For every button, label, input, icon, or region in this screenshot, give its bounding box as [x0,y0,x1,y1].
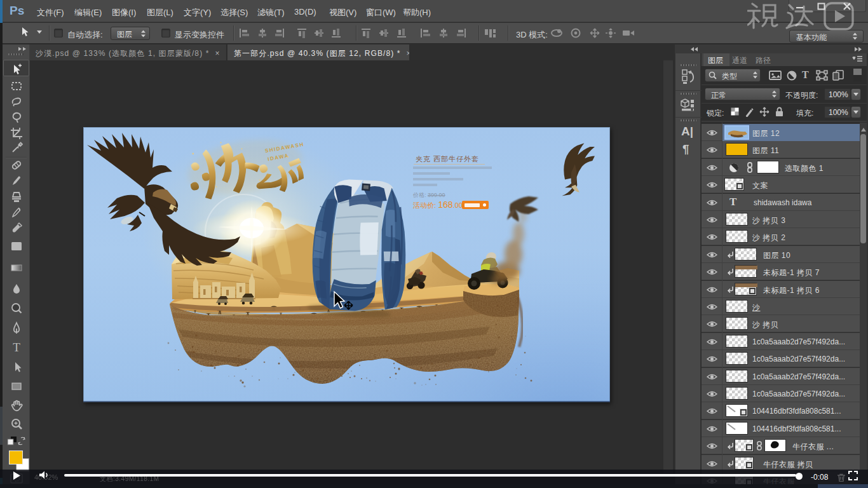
svg-text:T: T [13,341,20,354]
